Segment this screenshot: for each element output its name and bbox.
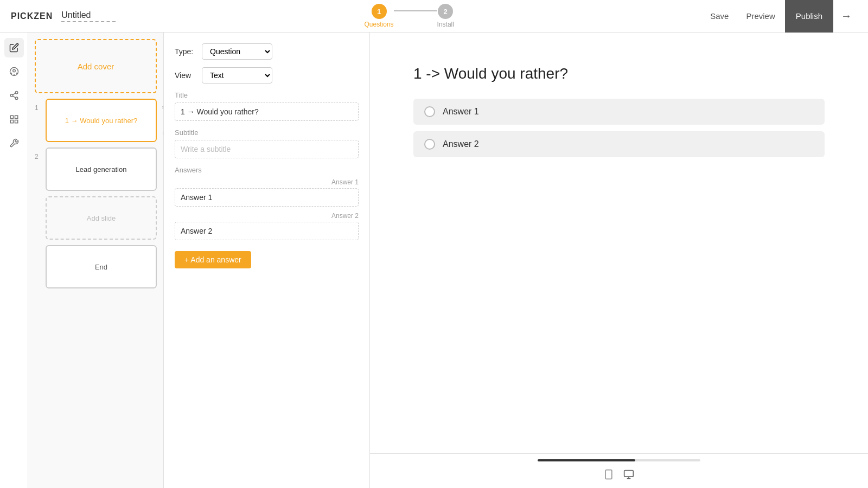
progress-bar	[538, 459, 700, 461]
slide2-text: Lead generation	[76, 165, 127, 174]
type-label: Type:	[175, 47, 196, 56]
step1-label: Questions	[365, 21, 394, 28]
save-button[interactable]: Save	[703, 8, 736, 24]
slide1-item[interactable]: 1 → Would you rather? ⚙ ✕ ⧉	[46, 99, 157, 142]
answer2-group: Answer 2	[175, 212, 359, 240]
answer2-input[interactable]	[175, 222, 359, 240]
preview-answer2-text: Answer 2	[443, 139, 479, 149]
add-slide-button[interactable]: Add slide	[46, 196, 157, 240]
preview-content: 1 -> Would you rather? Answer 1 Answer 2	[370, 33, 868, 453]
title-section: Title	[175, 91, 359, 121]
grid-icon[interactable]	[4, 110, 24, 129]
stepper: 1 Questions 2 Install	[116, 4, 703, 28]
editor-panel: Type: Question Lead form Result View Tex…	[164, 33, 370, 488]
answer1-group: Answer 1	[175, 178, 359, 207]
slide1-text: 1 → Would you rather?	[65, 117, 137, 125]
svg-point-1	[12, 69, 15, 72]
svg-rect-7	[10, 115, 13, 118]
svg-point-3	[10, 94, 13, 97]
main-content: Add cover 1 1 → Would you rather? ⚙ ✕ ⧉ …	[0, 33, 868, 488]
desktop-icon[interactable]	[623, 469, 635, 483]
slide2-item[interactable]: Lead generation	[46, 147, 157, 191]
share-icon[interactable]	[4, 86, 24, 105]
svg-rect-9	[15, 120, 17, 123]
view-row: View Text Image Button	[175, 67, 359, 84]
svg-point-2	[15, 92, 18, 94]
export-button[interactable]: →	[835, 7, 857, 25]
title-input[interactable]	[175, 102, 359, 121]
preview-answer1[interactable]: Answer 1	[413, 99, 825, 125]
edit-icon[interactable]	[4, 38, 24, 57]
header: PICKZEN Untitled 1 Questions 2 Install S…	[0, 0, 868, 33]
publish-button[interactable]: Publish	[785, 0, 833, 33]
mobile-icon[interactable]	[603, 469, 614, 483]
subtitle-section: Subtitle	[175, 129, 359, 158]
left-toolbar	[0, 33, 28, 488]
add-answer-button[interactable]: + Add an answer	[175, 251, 251, 268]
type-row: Type: Question Lead form Result	[175, 43, 359, 60]
preview-answer1-text: Answer 1	[443, 107, 479, 117]
answer2-label: Answer 2	[175, 212, 359, 220]
progress-track	[538, 459, 700, 461]
preview-answer2[interactable]: Answer 2	[413, 131, 825, 157]
svg-point-4	[15, 97, 18, 100]
preview-radio2	[424, 139, 435, 150]
title-field-label: Title	[175, 91, 359, 99]
preview-radio1	[424, 106, 435, 117]
slide-panel: Add cover 1 1 → Would you rather? ⚙ ✕ ⧉ …	[28, 33, 164, 488]
answer1-label: Answer 1	[175, 178, 359, 186]
add-cover-button[interactable]: Add cover	[35, 39, 157, 93]
svg-line-6	[12, 93, 15, 95]
palette-icon[interactable]	[4, 62, 24, 81]
slide2-number: 2	[35, 147, 42, 160]
step1-circle: 1	[372, 4, 387, 19]
view-select[interactable]: Text Image Button	[202, 67, 272, 84]
header-actions: Save Preview Publish →	[703, 0, 857, 33]
subtitle-input[interactable]	[175, 140, 359, 158]
wrench-icon[interactable]	[4, 133, 24, 153]
step-questions[interactable]: 1 Questions	[365, 4, 394, 28]
preview-footer	[370, 453, 868, 488]
svg-rect-10	[10, 120, 13, 123]
slide2-wrapper: 2 Lead generation	[35, 147, 157, 191]
answers-label: Answers	[175, 166, 359, 174]
view-label: View	[175, 71, 196, 80]
svg-rect-8	[15, 115, 17, 118]
slide1-wrapper: 1 1 → Would you rather? ⚙ ✕ ⧉	[35, 99, 157, 142]
progress-fill	[538, 459, 635, 461]
svg-rect-13	[624, 471, 634, 477]
preview-panel: 1 -> Would you rather? Answer 1 Answer 2	[370, 33, 868, 488]
svg-rect-11	[605, 470, 612, 479]
end-slide[interactable]: End	[46, 245, 157, 288]
document-title[interactable]: Untitled	[61, 10, 116, 22]
subtitle-field-label: Subtitle	[175, 129, 359, 137]
device-switcher	[603, 469, 635, 483]
preview-question-title: 1 -> Would you rather?	[413, 65, 825, 82]
logo: PICKZEN	[11, 11, 53, 21]
answer1-input[interactable]	[175, 188, 359, 207]
slide1-number: 1	[35, 99, 42, 112]
preview-button[interactable]: Preview	[738, 8, 782, 24]
step2-circle: 2	[438, 4, 453, 19]
step2-label: Install	[437, 21, 454, 28]
step-connector	[394, 10, 437, 11]
svg-line-5	[12, 96, 15, 98]
type-select[interactable]: Question Lead form Result	[202, 43, 272, 60]
answers-section: Answers Answer 1 Answer 2 + Add an answe…	[175, 166, 359, 268]
step-install[interactable]: 2 Install	[437, 4, 454, 28]
